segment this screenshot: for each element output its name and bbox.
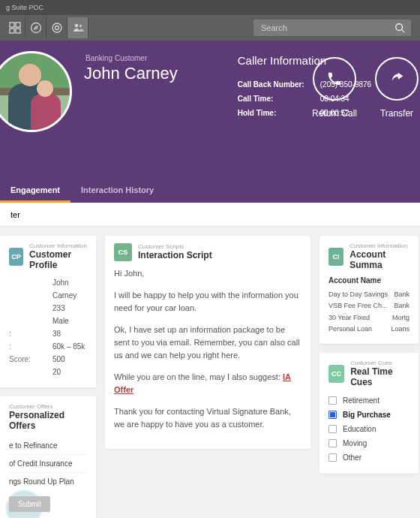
- svg-point-7: [74, 24, 77, 27]
- search-box[interactable]: [254, 20, 411, 36]
- account-row: Personal LoanLoans: [328, 324, 410, 335]
- window-titlebar: g Suite POC: [0, 0, 420, 15]
- profile-title: Customer Profile: [29, 249, 87, 270]
- accounts-title: Account Summa: [350, 249, 410, 270]
- customer-profile-card: CP Customer Information Customer Profile…: [0, 236, 96, 387]
- script-p2: I will be happy to help you with the inf…: [114, 289, 302, 315]
- script-greeting: Hi John,: [114, 267, 302, 280]
- profile-row: :60k – 85k: [9, 340, 87, 353]
- offer-item[interactable]: ngs Round Up Plan: [9, 473, 87, 490]
- cue-item[interactable]: Big Purchase: [328, 408, 410, 422]
- app-title: g Suite POC: [6, 4, 44, 11]
- svg-rect-1: [16, 23, 20, 27]
- badge-cp: CP: [9, 248, 23, 266]
- cues-supertitle: Customer Cues: [350, 360, 410, 366]
- cue-checkbox[interactable]: [328, 411, 337, 419]
- search-input[interactable]: [254, 23, 388, 32]
- accounts-supertitle: Customer Information: [350, 243, 410, 249]
- script-suggest: While you are on the line, may I also su…: [114, 371, 302, 396]
- svg-point-5: [52, 23, 62, 32]
- profile-row: 20: [9, 366, 87, 378]
- badge-cc: CC: [328, 365, 344, 383]
- profile-supertitle: Customer Information: [29, 243, 87, 249]
- offers-title: Personalized Offers: [9, 410, 87, 431]
- account-name-header: Account Name: [328, 276, 410, 285]
- cue-item[interactable]: Moving: [328, 436, 410, 450]
- svg-point-4: [31, 23, 40, 33]
- cue-checkbox[interactable]: [328, 453, 337, 462]
- users-icon[interactable]: [68, 17, 88, 38]
- dashboard-icon[interactable]: [4, 17, 26, 38]
- svg-point-9: [396, 24, 403, 31]
- script-title: Interaction Script: [138, 250, 212, 261]
- badge-ci: CI: [328, 248, 344, 266]
- target-icon[interactable]: [46, 17, 68, 38]
- customer-name: John Carney: [84, 64, 178, 83]
- search-icon[interactable]: [388, 20, 411, 36]
- return-call-label: Return Call: [312, 108, 357, 119]
- cue-checkbox[interactable]: [328, 439, 337, 447]
- svg-rect-0: [10, 23, 14, 27]
- cue-checkbox[interactable]: [328, 396, 337, 405]
- customer-avatar: [0, 51, 72, 132]
- customer-type: Banking Customer: [86, 54, 178, 62]
- real-time-cues-card: CC Customer Cues Real Time Cues Retireme…: [320, 353, 418, 474]
- customer-hero: Banking Customer John Carney Caller Info…: [0, 41, 420, 203]
- script-supertitle: Customer Scripts: [138, 244, 212, 250]
- script-p3: Ok, I have set up an information package…: [114, 324, 302, 362]
- offer-item[interactable]: e to Refinance: [9, 437, 87, 455]
- script-p5: Thank you for contacting Virtual Signatu…: [114, 405, 302, 431]
- profile-row: John Carney: [9, 276, 87, 302]
- account-row: 30 Year FixedMortg: [328, 312, 410, 324]
- profile-row: Score:500: [9, 353, 87, 366]
- compass-icon[interactable]: [26, 17, 46, 38]
- dashboard-board: CP Customer Information Customer Profile…: [0, 227, 420, 518]
- cue-item[interactable]: Education: [328, 422, 410, 436]
- offer-item[interactable]: of Credit Insurance: [9, 455, 87, 473]
- main-toolbar: [0, 15, 420, 41]
- tab-engagement[interactable]: Engagement: [0, 178, 70, 203]
- cue-item[interactable]: Retirement: [328, 393, 410, 408]
- account-row: VSB Fee Free Ch...Bank: [328, 300, 410, 312]
- transfer-button[interactable]: [375, 57, 418, 101]
- profile-row: 233: [9, 302, 87, 315]
- cues-title: Real Time Cues: [350, 366, 410, 387]
- subheader: ter: [0, 203, 420, 227]
- submit-button[interactable]: Submit: [9, 496, 50, 512]
- tab-interaction-history[interactable]: Interaction History: [70, 178, 164, 203]
- interaction-script-card: CS Customer Scripts Interaction Script H…: [105, 236, 310, 449]
- personalized-offers-card: Customer Offers Personalized Offers e to…: [0, 396, 96, 518]
- cue-item[interactable]: Other: [328, 450, 410, 465]
- cue-checkbox[interactable]: [328, 425, 337, 433]
- transfer-label: Transfer: [375, 108, 418, 119]
- svg-rect-3: [16, 29, 20, 33]
- badge-cs: CS: [114, 243, 132, 261]
- profile-row: :38: [9, 327, 87, 340]
- return-call-button[interactable]: [313, 57, 356, 101]
- svg-rect-2: [10, 29, 14, 33]
- account-row: Day to Day SavingsBank: [328, 289, 410, 300]
- account-summary-card: CI Customer Information Account Summa Ac…: [320, 236, 418, 344]
- offers-supertitle: Customer Offers: [9, 404, 87, 410]
- profile-row: Male: [9, 315, 87, 327]
- svg-point-6: [55, 26, 58, 30]
- svg-point-8: [79, 25, 81, 27]
